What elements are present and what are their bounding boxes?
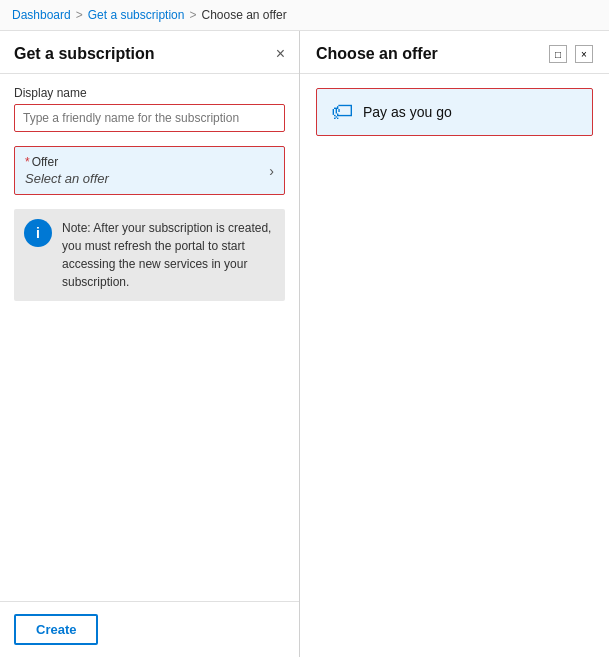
pay-as-you-go-offer-card[interactable]: 🏷 Pay as you go: [316, 88, 593, 136]
left-panel-title: Get a subscription: [14, 45, 154, 63]
right-panel-body: 🏷 Pay as you go: [300, 74, 609, 657]
create-button[interactable]: Create: [14, 614, 98, 645]
right-panel-header: Choose an offer □ ×: [300, 31, 609, 74]
offer-selector[interactable]: *Offer Select an offer ›: [14, 146, 285, 195]
display-name-label: Display name: [14, 86, 285, 100]
right-panel-controls: □ ×: [549, 45, 593, 63]
offer-label: *Offer: [25, 155, 109, 169]
chevron-right-icon: ›: [269, 163, 274, 179]
breadcrumb-dashboard[interactable]: Dashboard: [12, 8, 71, 22]
main-layout: Get a subscription × Display name *Offer…: [0, 31, 609, 657]
breadcrumb: Dashboard > Get a subscription > Choose …: [0, 0, 609, 31]
breadcrumb-sep-1: >: [76, 8, 83, 22]
left-panel-footer: Create: [0, 601, 299, 657]
breadcrumb-current: Choose an offer: [201, 8, 286, 22]
left-panel-header: Get a subscription ×: [0, 31, 299, 74]
info-box: i Note: After your subscription is creat…: [14, 209, 285, 301]
offer-required-star: *: [25, 155, 30, 169]
display-name-input[interactable]: [14, 104, 285, 132]
left-panel-body: Display name *Offer Select an offer › i …: [0, 74, 299, 601]
right-panel-close-button[interactable]: ×: [575, 45, 593, 63]
maximize-button[interactable]: □: [549, 45, 567, 63]
info-text: Note: After your subscription is created…: [62, 219, 275, 291]
offer-card-tag-icon: 🏷: [331, 99, 353, 125]
left-panel: Get a subscription × Display name *Offer…: [0, 31, 300, 657]
right-panel: Choose an offer □ × 🏷 Pay as you go: [300, 31, 609, 657]
offer-card-label: Pay as you go: [363, 104, 452, 120]
left-panel-close-button[interactable]: ×: [276, 46, 285, 62]
offer-label-group: *Offer Select an offer: [25, 155, 109, 186]
right-panel-title: Choose an offer: [316, 45, 438, 63]
display-name-field-group: Display name: [14, 86, 285, 132]
breadcrumb-get-subscription[interactable]: Get a subscription: [88, 8, 185, 22]
breadcrumb-sep-2: >: [189, 8, 196, 22]
offer-value: Select an offer: [25, 171, 109, 186]
info-icon: i: [24, 219, 52, 247]
